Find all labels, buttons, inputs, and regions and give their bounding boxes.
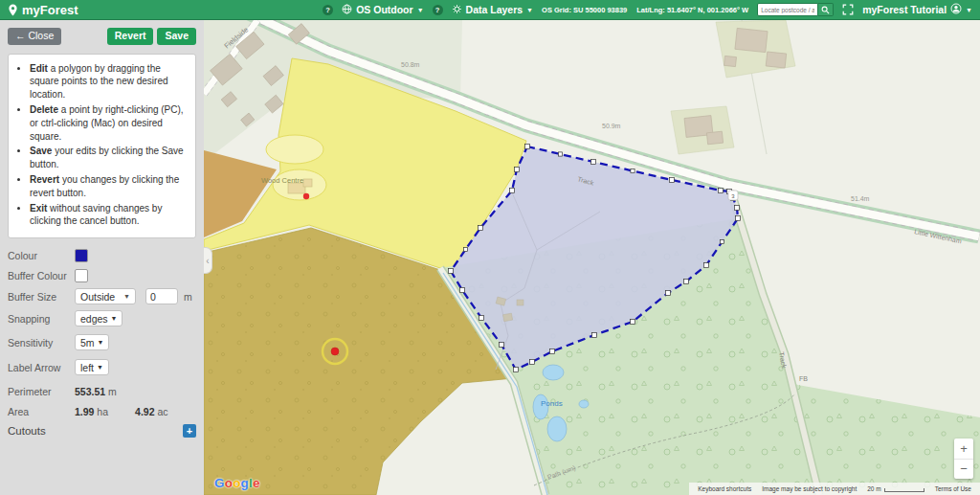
buffer-colour-swatch[interactable] bbox=[75, 269, 88, 282]
gear-icon bbox=[452, 4, 462, 16]
buffer-colour-label: Buffer Colour bbox=[8, 270, 75, 281]
close-button[interactable]: ← Close bbox=[8, 28, 61, 45]
polygon-vertex-handle[interactable] bbox=[463, 247, 467, 251]
map-label-elev-508: 50.8m bbox=[401, 61, 420, 68]
scale-control: 20 m bbox=[867, 485, 924, 492]
zoom-out-button[interactable]: − bbox=[954, 460, 973, 480]
polygon-vertex-handle[interactable] bbox=[449, 269, 454, 274]
revert-button[interactable]: Revert bbox=[107, 28, 154, 45]
search-button[interactable] bbox=[818, 3, 834, 16]
scale-label: 20 m bbox=[867, 485, 880, 492]
caret-down-icon: ▼ bbox=[417, 7, 424, 13]
area-label: Area bbox=[8, 406, 75, 417]
polygon-vertex-handle[interactable] bbox=[735, 206, 740, 211]
caret-down-icon: ▼ bbox=[966, 7, 972, 13]
fullscreen-icon[interactable] bbox=[842, 4, 854, 15]
polygon-vertex-handle[interactable] bbox=[514, 368, 519, 372]
keyboard-shortcuts-link[interactable]: Keyboard shortcuts bbox=[698, 485, 751, 492]
perimeter-label: Perimeter bbox=[8, 386, 75, 397]
buffer-size-unit: m bbox=[184, 291, 192, 303]
polygon-vertex-handle[interactable] bbox=[515, 168, 520, 172]
google-logo[interactable]: Google bbox=[214, 476, 260, 490]
caret-down-icon: ▼ bbox=[97, 364, 103, 371]
polygon-vertex-handle[interactable] bbox=[631, 320, 635, 325]
account-menu[interactable]: myForest Tutorial ▼ bbox=[862, 3, 972, 16]
polygon-vertex-handle[interactable] bbox=[704, 263, 709, 268]
area-ha-unit: ha bbox=[97, 406, 108, 417]
wood-centre-marker bbox=[303, 193, 309, 199]
sensitivity-dropdown[interactable]: 5m ▼ bbox=[75, 334, 109, 350]
data-layers-dropdown[interactable]: Data Layers ▼ bbox=[452, 4, 533, 16]
save-button[interactable]: Save bbox=[157, 28, 196, 45]
instruction-item: Save your edits by clicking the Save but… bbox=[30, 145, 188, 171]
polygon-vertex-handle[interactable] bbox=[479, 316, 484, 321]
snapping-label: Snapping bbox=[8, 313, 75, 325]
instructions-list: Edit a polygon by dragging the square po… bbox=[14, 62, 188, 229]
caret-down-icon: ▼ bbox=[98, 339, 104, 346]
layers-help-icon[interactable]: ? bbox=[433, 5, 443, 15]
map-label-elev-509: 50.9m bbox=[602, 123, 621, 129]
map-label-ponds: Ponds bbox=[541, 399, 563, 408]
map-viewport: 3 Fieldside50.8m50.9m51.4mTrackTrackFBPo… bbox=[204, 20, 980, 495]
polygon-vertex-handle[interactable] bbox=[479, 226, 483, 231]
polygon-vertex-handle[interactable] bbox=[666, 291, 671, 296]
edit-panel: ← Close Revert Save Edit a polygon by dr… bbox=[0, 20, 204, 495]
caret-down-icon: ▼ bbox=[111, 315, 118, 322]
area-ac-unit: ac bbox=[157, 406, 167, 417]
instructions-card: Edit a polygon by dragging the square po… bbox=[8, 54, 196, 239]
instruction-item: Edit a polygon by dragging the square po… bbox=[30, 62, 188, 101]
globe-icon bbox=[342, 4, 352, 16]
polygon-vertex-handle[interactable] bbox=[558, 152, 562, 156]
top-navbar: myForest ? OS Outdoor ▼ ? Data Layers ▼ … bbox=[0, 0, 980, 20]
chevron-down-icon: ▼ bbox=[123, 293, 130, 300]
polygon-vertex-handle[interactable] bbox=[720, 239, 724, 243]
sensitivity-label: Sensitivity bbox=[8, 337, 75, 349]
data-layers-label: Data Layers bbox=[466, 4, 523, 15]
polygon-vertex-handle[interactable] bbox=[525, 145, 530, 149]
buffer-size-label: Buffer Size bbox=[8, 291, 75, 303]
polygon-vertex-handle[interactable] bbox=[500, 343, 504, 348]
os-grid-readout: OS Grid: SU 55000 93839 bbox=[542, 6, 627, 14]
polygon-vertex-handle[interactable] bbox=[719, 189, 724, 193]
zoom-control: + − bbox=[954, 439, 973, 479]
copyright-note: Image may be subject to copyright bbox=[762, 485, 857, 492]
brand[interactable]: myForest bbox=[8, 3, 78, 17]
basemap-dropdown[interactable]: OS Outdoor ▼ bbox=[342, 4, 423, 16]
panel-collapse-handle[interactable]: ‹ bbox=[204, 247, 212, 274]
label-arrow-dropdown[interactable]: left ▼ bbox=[75, 359, 109, 375]
map-label-wood-centre: Wood Centre bbox=[261, 176, 303, 185]
map-label-fb: FB bbox=[799, 375, 808, 382]
junction-marker: 3 bbox=[728, 191, 738, 200]
latlng-readout: Lat/Lng: 51.6407° N, 001.2066° W bbox=[636, 6, 748, 14]
polygon-vertex-handle[interactable] bbox=[591, 160, 596, 165]
basemap-label: OS Outdoor bbox=[356, 4, 413, 15]
polygon-vertex-handle[interactable] bbox=[550, 349, 555, 354]
basemap-help-icon[interactable]: ? bbox=[323, 5, 333, 15]
polygon-vertex-handle[interactable] bbox=[592, 333, 597, 338]
zoom-in-button[interactable]: + bbox=[954, 439, 973, 459]
polygon-vertex-handle[interactable] bbox=[631, 169, 635, 172]
map-pin-icon bbox=[8, 4, 18, 16]
user-icon bbox=[950, 3, 962, 16]
polygon-vertex-handle[interactable] bbox=[670, 178, 675, 183]
terms-link[interactable]: Terms of Use bbox=[935, 485, 971, 492]
instruction-item: Delete a point by right-clicking (PC), o… bbox=[30, 103, 188, 143]
snapping-dropdown[interactable]: edges ▼ bbox=[75, 310, 122, 326]
area-ac-value: 4.92 bbox=[135, 406, 154, 417]
polygon-vertex-handle[interactable] bbox=[510, 189, 515, 193]
add-cutout-button[interactable]: + bbox=[183, 424, 196, 438]
colour-swatch[interactable] bbox=[75, 249, 88, 262]
brand-name: myForest bbox=[22, 3, 78, 17]
map-canvas[interactable]: 3 Fieldside50.8m50.9m51.4mTrackTrackFBPo… bbox=[204, 20, 980, 495]
polygon-vertex-handle[interactable] bbox=[530, 360, 535, 365]
polygon-vertex-handle[interactable] bbox=[684, 280, 689, 284]
buffer-mode-select[interactable]: Outside ▼ bbox=[75, 288, 136, 304]
polygon-vertex-handle[interactable] bbox=[460, 288, 465, 293]
buffer-size-input[interactable] bbox=[145, 288, 178, 304]
caret-down-icon: ▼ bbox=[526, 7, 533, 13]
colour-label: Colour bbox=[8, 250, 75, 261]
postcode-search-input[interactable] bbox=[757, 3, 818, 16]
scale-bar bbox=[884, 488, 924, 492]
label-arrow-label: Label Arrow bbox=[8, 362, 75, 373]
polygon-vertex-handle[interactable] bbox=[736, 216, 741, 221]
